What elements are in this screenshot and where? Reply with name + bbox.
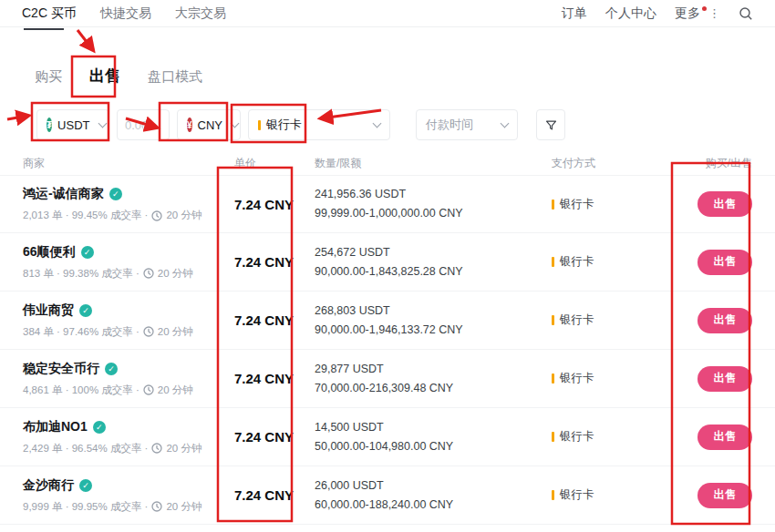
merchant-release-time: 20 分钟 [166,209,202,222]
merchant-link[interactable]: 鸿运-诚信商家 ✓ [23,186,223,202]
col-header-payment: 支付方式 [552,156,679,171]
advanced-filter-button[interactable] [536,109,565,140]
payment-color-bar-icon [258,120,261,130]
order-limit: 60,000.00-188,240.00 CNY [315,496,552,515]
unit-price: 7.24 CNY [223,429,315,445]
sell-button[interactable]: 出售 [698,425,752,450]
merchant-link[interactable]: 金沙商行 ✓ [23,477,223,494]
pay-time-select-value: 付款时间 [426,117,473,133]
top-nav: C2C 买币 快捷交易 大宗交易 订单 个人中心 更多 ⋮ [0,0,775,27]
tab-orderbook-mode[interactable]: 盘口模式 [148,68,202,86]
nav-item-block-trade[interactable]: 大宗交易 [175,5,226,22]
chevron-down-icon [231,119,240,128]
unit-price: 7.24 CNY [223,254,315,270]
payment-method-cell: 银行卡 [552,312,679,328]
table-row: 伟业商贸 ✓ 384 单 · 97.46% 成交率 · 20 分钟 7.24 C… [0,292,775,350]
merchant-stats: 2,013 单 · 99.45% 成交率 · 20 分钟 [23,209,223,222]
merchant-orders-rate: 2,429 单 · 96.54% 成交率 · [23,442,148,455]
col-header-price: 单价 [223,156,315,171]
chevron-down-icon [501,119,510,128]
verified-badge-icon: ✓ [79,479,92,492]
nav-item-c2c-buy[interactable]: C2C 买币 [22,5,77,22]
verified-badge-icon: ✓ [81,246,94,259]
sell-button[interactable]: 出售 [698,308,752,333]
nav-item-express-trade[interactable]: 快捷交易 [100,5,151,22]
merchant-name: 66顺便利 [23,244,76,261]
merchant-cell: 布加迪NO1 ✓ 2,429 单 · 96.54% 成交率 · 20 分钟 [23,419,223,455]
amount-input-wrap [117,109,170,140]
vertical-ellipsis-icon: ⋮ [708,5,720,22]
payment-method-label: 银行卡 [560,429,594,445]
payment-method-label: 银行卡 [560,487,594,503]
payment-method-label: 银行卡 [560,254,594,270]
table-row: 66顺便利 ✓ 813 单 · 99.38% 成交率 · 20 分钟 7.24 … [0,233,775,292]
fiat-select[interactable]: ¥ CNY [177,109,241,140]
clock-icon [143,384,154,395]
amount-limit-cell: 14,500 USDT 50,000.00-104,980.00 CNY [315,418,552,455]
action-cell: 出售 [679,366,752,392]
order-limit: 90,000.00-1,946,133.72 CNY [315,321,552,340]
payment-color-bar-icon [552,315,554,325]
merchant-name: 金沙商行 [23,477,74,494]
amount-limit-cell: 268,803 USDT 90,000.00-1,946,133.72 CNY [315,302,552,339]
table-body: 鸿运-诚信商家 ✓ 2,013 单 · 99.45% 成交率 · 20 分钟 7… [0,175,775,525]
annotation-arrow-to-sell-tab [78,30,93,50]
payment-select-value: 银行卡 [266,117,302,133]
merchant-name: 伟业商贸 [23,302,74,319]
tab-sell[interactable]: 出售 [89,66,120,87]
nav-item-profile[interactable]: 个人中心 [605,5,656,22]
clock-icon [143,268,154,279]
pay-time-select[interactable]: 付款时间 [416,109,518,140]
verified-badge-icon: ✓ [79,304,92,317]
payment-color-bar-icon [552,432,554,442]
merchant-stats: 813 单 · 99.38% 成交率 · 20 分钟 [23,267,223,281]
merchant-stats: 9,999 单 · 99.95% 成交率 · 20 分钟 [23,500,223,514]
funnel-icon [544,118,558,132]
sell-button[interactable]: 出售 [698,483,752,508]
merchant-link[interactable]: 布加迪NO1 ✓ [23,419,223,435]
available-amount: 14,500 USDT [315,418,552,437]
merchant-release-time: 20 分钟 [158,267,193,281]
order-limit: 50,000.00-104,980.00 CNY [315,437,552,456]
payment-color-bar-icon [552,373,554,384]
payment-method-label: 银行卡 [560,371,594,386]
tab-buy[interactable]: 购买 [35,68,62,86]
unit-price: 7.24 CNY [223,371,315,386]
sell-button[interactable]: 出售 [698,366,752,392]
merchant-name: 鸿运-诚信商家 [23,186,104,202]
merchant-orders-rate: 384 单 · 97.46% 成交率 · [23,325,140,339]
payment-method-select[interactable]: 银行卡 [248,109,390,140]
action-cell: 出售 [679,250,752,275]
amount-limit-cell: 26,000 USDT 60,000.00-188,240.00 CNY [315,476,552,514]
search-icon[interactable] [739,6,753,21]
merchant-link[interactable]: 66顺便利 ✓ [23,244,223,261]
nav-right: 订单 个人中心 更多 ⋮ [562,5,753,22]
merchant-release-time: 20 分钟 [158,325,193,339]
more-label: 更多 [675,5,700,22]
verified-badge-icon: ✓ [105,363,118,375]
payment-method-cell: 银行卡 [552,254,679,270]
filter-bar: ₮ USDT ¥ CNY 银行卡 付款时间 [0,109,775,140]
merchant-link[interactable]: 稳定安全币行 ✓ [23,361,223,377]
nav-item-orders[interactable]: 订单 [562,5,587,22]
sell-button[interactable]: 出售 [698,191,752,217]
table-row: 鸿运-诚信商家 ✓ 2,013 单 · 99.45% 成交率 · 20 分钟 7… [0,175,775,233]
amount-input[interactable] [125,118,161,132]
col-header-merchant: 商家 [23,156,223,171]
available-amount: 254,672 USDT [315,243,552,262]
merchant-cell: 66顺便利 ✓ 813 单 · 99.38% 成交率 · 20 分钟 [23,244,223,281]
merchant-cell: 金沙商行 ✓ 9,999 单 · 99.95% 成交率 · 20 分钟 [23,477,223,514]
payment-method-cell: 银行卡 [552,197,679,212]
sell-button[interactable]: 出售 [698,250,752,275]
nav-item-more[interactable]: 更多 ⋮ [675,5,720,22]
amount-limit-cell: 254,672 USDT 90,000.00-1,843,825.28 CNY [315,243,552,281]
amount-limit-cell: 241,956.36 USDT 99,999.00-1,000,000.00 C… [315,185,552,222]
merchant-link[interactable]: 伟业商贸 ✓ [23,302,223,319]
merchant-stats: 4,861 单 · 100% 成交率 · 20 分钟 [23,384,223,397]
crypto-select[interactable]: ₮ USDT [36,109,109,140]
crypto-select-value: USDT [57,118,89,132]
merchant-release-time: 20 分钟 [166,500,202,514]
unit-price: 7.24 CNY [223,312,315,328]
verified-badge-icon: ✓ [109,188,122,200]
clock-icon [151,501,162,512]
